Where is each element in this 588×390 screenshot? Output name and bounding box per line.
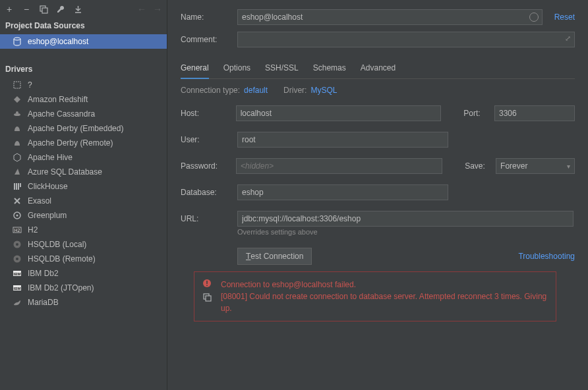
h2-icon: H2 — [12, 225, 22, 235]
drivers-title: Drivers — [0, 62, 167, 76]
tab-general[interactable]: General — [181, 59, 209, 79]
error-text: Connection to eshop@localhost failed. [0… — [221, 279, 548, 314]
driver-label: Apache Cassandra — [28, 109, 95, 119]
sources-title: Project Data Sources — [0, 18, 167, 33]
driver-label: IBM Db2 (JTOpen) — [28, 283, 94, 292]
driver-item[interactable]: Apache Cassandra — [0, 107, 167, 121]
driver-label: Azure SQL Database — [28, 167, 102, 177]
driver-label: HSQLDB (Local) — [28, 240, 86, 249]
driver-link[interactable]: MySQL — [310, 86, 337, 95]
cassandra-icon — [12, 109, 22, 119]
driver-label: Driver: — [283, 86, 307, 95]
test-connection-button[interactable]: Test Connection — [237, 248, 312, 265]
svg-text:H2: H2 — [15, 228, 20, 233]
driver-item[interactable]: HSQLDB (Remote) — [0, 252, 167, 266]
driver-item[interactable]: Apache Derby (Embedded) — [0, 121, 167, 136]
svg-rect-23 — [206, 281, 208, 284]
reset-link[interactable]: Reset — [554, 13, 575, 22]
error-icon — [202, 279, 212, 288]
comment-input[interactable] — [237, 32, 575, 47]
driver-item[interactable]: Apache Derby (Remote) — [0, 136, 167, 150]
remove-icon[interactable]: − — [21, 4, 32, 14]
derby-icon — [12, 138, 22, 148]
svg-text:IBM: IBM — [14, 287, 21, 291]
datasource-label: eshop@localhost — [28, 37, 88, 46]
conn-type-link[interactable]: default — [244, 86, 268, 95]
save-label: Save: — [465, 161, 496, 171]
greenplum-icon — [12, 210, 22, 221]
user-label: User: — [181, 135, 237, 144]
user-input[interactable] — [237, 132, 448, 148]
forward-icon[interactable]: → — [152, 4, 163, 14]
driver-item[interactable]: H2H2 — [0, 223, 167, 237]
driver-item[interactable]: ? — [0, 78, 167, 92]
url-label: URL: — [181, 214, 237, 223]
tabs: GeneralOptionsSSH/SSLSchemasAdvanced — [181, 59, 575, 79]
import-icon[interactable] — [73, 4, 83, 14]
svg-rect-24 — [206, 285, 208, 287]
svg-rect-8 — [18, 183, 19, 190]
redshift-icon — [12, 94, 22, 105]
copy-error-icon[interactable] — [203, 293, 212, 302]
database-label: Database: — [181, 188, 237, 197]
host-input[interactable] — [236, 105, 442, 121]
svg-point-2 — [14, 38, 20, 40]
password-input[interactable] — [236, 158, 442, 174]
driver-item[interactable]: IBMIBM Db2 (JTOpen) — [0, 281, 167, 295]
driver-item[interactable]: MariaDB — [0, 295, 167, 310]
copy-icon[interactable] — [38, 4, 49, 14]
svg-point-5 — [16, 111, 18, 114]
port-input[interactable] — [494, 105, 575, 121]
drivers-tree: ?Amazon RedshiftApache CassandraApache D… — [0, 76, 167, 311]
hsqldb-icon — [12, 239, 22, 250]
svg-point-15 — [16, 243, 18, 246]
driver-label: Amazon Redshift — [28, 95, 88, 104]
datasource-icon — [12, 36, 22, 47]
troubleshooting-link[interactable]: Troubleshooting — [518, 252, 575, 261]
wrench-icon[interactable] — [55, 4, 66, 14]
driver-label: ? — [28, 80, 32, 90]
driver-item[interactable]: Apache Hive — [0, 150, 167, 165]
driver-item[interactable]: IBMIBM Db2 — [0, 266, 167, 281]
password-label: Password: — [181, 161, 236, 171]
driver-label: Greenplum — [28, 211, 67, 220]
datasource-item[interactable]: eshop@localhost — [0, 34, 167, 49]
driver-label: H2 — [28, 225, 38, 235]
svg-rect-3 — [14, 82, 20, 88]
unknown-icon — [12, 80, 22, 90]
svg-rect-6 — [14, 183, 15, 190]
driver-item[interactable]: Exasol — [0, 194, 167, 208]
tab-advanced[interactable]: Advanced — [361, 59, 396, 79]
derby-icon — [12, 123, 22, 134]
driver-label: ClickHouse — [28, 182, 68, 191]
ibm-icon: IBM — [12, 283, 22, 293]
error-box: Connection to eshop@localhost failed. [0… — [194, 271, 556, 321]
svg-point-11 — [16, 215, 18, 217]
sidebar-toolbar: + − ← → — [0, 0, 167, 18]
conn-type-row: Connection type: default Driver: MySQL — [181, 86, 575, 95]
tab-options[interactable]: Options — [223, 59, 250, 79]
save-select[interactable]: Forever — [496, 158, 575, 174]
hsqldb-icon — [12, 254, 22, 264]
add-icon[interactable]: + — [4, 4, 15, 14]
hive-icon — [12, 152, 22, 163]
driver-item[interactable]: Azure SQL Database — [0, 165, 167, 179]
driver-item[interactable]: Greenplum — [0, 208, 167, 223]
tab-schemas[interactable]: Schemas — [313, 59, 346, 79]
svg-rect-7 — [16, 183, 17, 190]
driver-label: MariaDB — [28, 298, 59, 307]
url-input[interactable] — [237, 211, 573, 227]
driver-item[interactable]: ClickHouse — [0, 179, 167, 194]
name-input[interactable] — [237, 9, 543, 25]
back-icon[interactable]: ← — [136, 4, 147, 14]
conn-type-label: Connection type: — [181, 86, 240, 95]
driver-item[interactable]: Amazon Redshift — [0, 92, 167, 107]
tab-sshssl[interactable]: SSH/SSL — [265, 59, 299, 79]
mariadb-icon — [12, 297, 22, 308]
exasol-icon — [12, 196, 22, 206]
driver-item[interactable]: HSQLDB (Local) — [0, 237, 167, 252]
driver-label: IBM Db2 — [28, 269, 59, 278]
svg-rect-9 — [20, 183, 21, 187]
database-input[interactable] — [237, 184, 448, 200]
svg-rect-26 — [206, 296, 211, 301]
